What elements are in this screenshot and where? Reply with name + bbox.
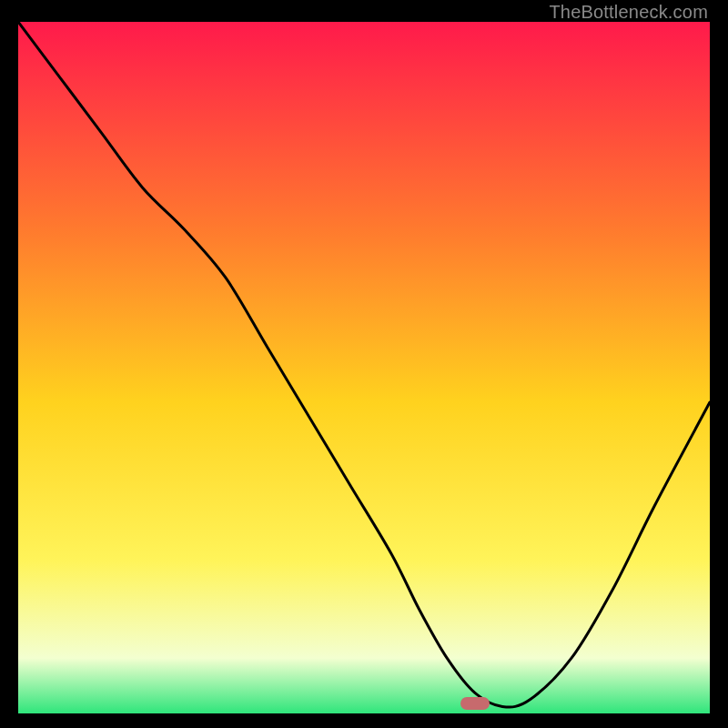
bottleneck-chart [18, 22, 710, 713]
watermark-text: TheBottleneck.com [549, 2, 708, 23]
gradient-background [18, 22, 710, 713]
optimal-point-marker [460, 697, 490, 710]
chart-frame [18, 22, 710, 713]
